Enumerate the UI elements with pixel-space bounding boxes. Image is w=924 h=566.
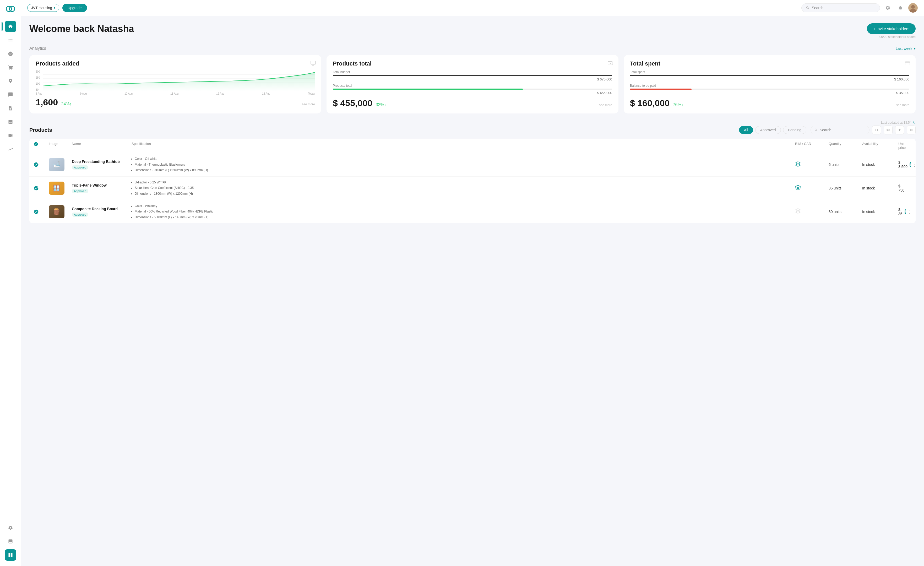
product-status-2: Approved [72,213,88,217]
view-icon[interactable] [884,126,892,134]
see-more-products-added[interactable]: see more [302,102,315,106]
analytics-section-header: Analytics Last week ▾ [29,46,916,51]
page-header: Welcome back Natasha + Invite stakeholde… [29,23,916,39]
sidebar-item-chat[interactable] [5,89,16,101]
products-tabs: All Approved Pending [739,126,806,134]
columns-icon[interactable] [907,126,916,134]
price-col-0: $ 3,500 $ ⋮ [898,161,911,169]
bim-icon-0[interactable] [795,161,826,168]
row-menu-0[interactable]: ⋮ [912,162,916,167]
sidebar-item-video[interactable] [5,130,16,141]
label-10aug: 10 Aug [124,92,133,95]
products-header: Products All Approved Pending [29,126,916,134]
card-value-products-total: $ 455,000 [333,98,372,108]
product-name-1: Triple-Pane Window [72,183,129,188]
invite-stakeholders-button[interactable]: + Invite stakeholders [867,23,916,34]
col-spec: Specification [132,142,793,150]
product-name-col-1: Triple-Pane Window Approved [72,183,129,193]
product-name-2: Composite Decking Board [72,207,129,211]
card-footer: 1,600 24%↑ see more [36,97,315,107]
search-input[interactable] [812,6,876,10]
user-avatar[interactable] [908,3,918,13]
label-today: Today [308,92,315,95]
spec-1-0: U-Factor - 0.25 W/m²K [135,180,793,186]
tab-all[interactable]: All [739,126,753,134]
svg-point-10 [610,63,611,64]
stakeholders-count: 05/20 stakeholders added [879,35,916,39]
table-row: 🛁 Deep Freestanding Bathtub Approved Col… [29,153,916,177]
org-name: JVT Housing [31,6,52,10]
chevron-down-icon: ▾ [914,47,916,51]
notification-icon[interactable] [896,3,905,13]
sidebar-item-check[interactable] [5,48,16,60]
table-row: 🪵 Composite Decking Board Approved Color… [29,200,916,224]
sidebar-item-analytics[interactable] [5,143,16,155]
sidebar-item-settings[interactable] [5,522,16,533]
balance-label: Balance to be paid [630,84,909,87]
avail-0: In stock [862,162,896,167]
products-search-bar[interactable] [810,126,870,134]
row-check-0[interactable] [33,162,46,167]
sidebar-item-list[interactable] [5,35,16,46]
product-specs-0: Color - Off white Material - Thermoplast… [132,156,793,173]
card-value-total-spent: $ 160,000 [630,98,669,108]
products-added-chart [43,70,315,91]
products-total-row: Products total $ 455,000 [333,84,612,95]
chart-y-500: 500 [36,70,40,73]
total-budget-label: Total budget [333,70,612,74]
topbar: JVT Housing ▾ Upgrade [21,0,924,16]
analytics-card-products-total: Products total Total budget $ 670,000 Pr… [327,55,618,113]
row-check-1[interactable] [33,186,46,191]
row-menu-1[interactable]: ⋮ [907,185,911,191]
total-spent-value: $ 160,000 [630,77,909,81]
chart-y-250: 250 [36,76,40,79]
tab-pending[interactable]: Pending [783,126,806,134]
sidebar-item-image[interactable] [5,116,16,128]
price-col-2: $ 35 $ ⋮ [898,207,911,216]
invite-section: + Invite stakeholders 05/20 stakeholders… [867,23,916,39]
chart-y-100: 100 [36,82,40,85]
row-check-2[interactable] [33,209,46,214]
total-spent-label: Total spent [630,70,909,74]
upgrade-button[interactable]: Upgrade [62,4,87,12]
last-updated-bar: Last updated at 13:54 ↻ [29,121,916,125]
card-change-total-spent: 76%↓ [673,102,683,107]
expand-icon[interactable] [872,126,881,134]
chart-x-labels: 8 Aug 9 Aug 10 Aug 11 Aug 12 Aug 13 Aug … [36,92,315,95]
topbar-search[interactable] [801,3,880,12]
sidebar-item-home[interactable] [5,21,16,32]
col-qty: Quantity [829,142,860,150]
products-search-input[interactable] [820,128,866,132]
row-menu-2[interactable]: ⋮ [907,209,912,215]
see-more-total-spent[interactable]: see more [896,103,909,107]
sidebar-item-media[interactable] [5,536,16,547]
products-search-icon [814,128,818,132]
col-checkbox [33,142,46,150]
price-badge-2: $ [904,209,906,214]
label-13aug: 13 Aug [262,92,270,95]
sidebar-item-doc[interactable] [5,102,16,114]
product-specs-2: Color - Whidbey Material - 60% Recycled … [132,203,793,221]
tab-approved[interactable]: Approved [755,126,781,134]
see-more-products-total[interactable]: see more [599,103,612,107]
logo-icon[interactable] [6,5,15,14]
settings-icon[interactable] [883,3,892,13]
col-bim: BIM / CAD [795,142,826,150]
sidebar-item-location[interactable] [5,75,16,87]
bim-icon-2 [795,208,826,215]
spec-0-1: Material - Thermoplastic Elastomers [135,162,793,168]
product-name-0: Deep Freestanding Bathtub [72,159,129,164]
product-status-0: Approved [72,165,88,170]
products-toolbar [810,126,916,134]
sidebar-active-module[interactable] [5,549,16,561]
bim-icon-1[interactable] [795,185,826,192]
card-icon-products-total [608,60,613,68]
filter-icon[interactable] [895,126,904,134]
sidebar-item-cart[interactable] [5,62,16,73]
analytics-filter[interactable]: Last week ▾ [896,47,916,51]
last-updated-text: Last updated at 13:54 [881,121,911,125]
product-specs-1: U-Factor - 0.25 W/m²K Solar Heat Gain Co… [132,180,793,197]
refresh-icon[interactable]: ↻ [913,121,916,125]
card-title-total-spent: Total spent [630,60,909,67]
org-selector[interactable]: JVT Housing ▾ [27,4,59,12]
